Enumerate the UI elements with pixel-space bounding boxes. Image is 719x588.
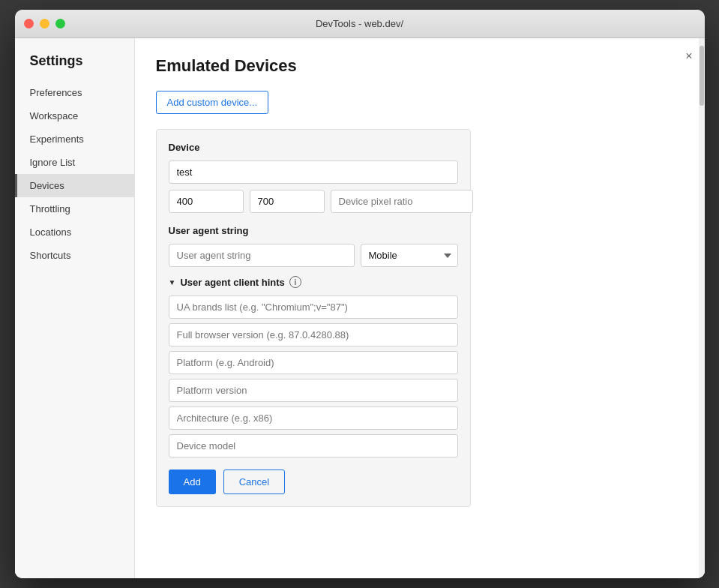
device-section-title: Device: [169, 142, 458, 153]
minimize-window-button[interactable]: [40, 19, 49, 28]
platform-version-input[interactable]: [169, 379, 458, 402]
cancel-button[interactable]: Cancel: [223, 470, 285, 494]
user-agent-type-select[interactable]: Mobile Desktop Tablet: [361, 244, 458, 267]
scrollbar-track: [699, 38, 705, 578]
scrollbar-thumb[interactable]: [700, 46, 704, 106]
width-input[interactable]: [169, 190, 244, 213]
platform-input[interactable]: [169, 351, 458, 374]
window-controls: [24, 19, 65, 28]
titlebar: DevTools - web.dev/: [15, 10, 705, 38]
maximize-window-button[interactable]: [55, 19, 65, 28]
hints-section-title: User agent client hints: [180, 277, 284, 288]
app-window: DevTools - web.dev/ Settings Preferences…: [15, 10, 705, 578]
full-browser-version-input[interactable]: [169, 323, 458, 346]
sidebar-item-workspace[interactable]: Workspace: [15, 104, 134, 128]
sidebar-item-locations[interactable]: Locations: [15, 220, 134, 244]
device-model-input[interactable]: [169, 434, 458, 458]
sidebar-item-throttling[interactable]: Throttling: [15, 197, 134, 220]
sidebar: Settings Preferences Workspace Experimen…: [15, 38, 135, 578]
close-dialog-button[interactable]: ×: [685, 50, 692, 62]
ua-brands-input[interactable]: [169, 296, 458, 319]
add-custom-device-button[interactable]: Add custom device...: [156, 91, 269, 114]
window-title: DevTools - web.dev/: [316, 18, 403, 29]
pixel-ratio-input[interactable]: [331, 190, 473, 213]
hints-info-icon[interactable]: i: [289, 276, 301, 288]
add-button[interactable]: Add: [169, 470, 216, 494]
hints-header[interactable]: ▼ User agent client hints i: [169, 276, 458, 288]
sidebar-item-experiments[interactable]: Experiments: [15, 128, 134, 151]
device-name-input[interactable]: [169, 160, 458, 184]
user-agent-input[interactable]: [169, 244, 355, 267]
sidebar-item-shortcuts[interactable]: Shortcuts: [15, 244, 134, 267]
main-content: × Emulated Devices Add custom device... …: [135, 38, 705, 578]
device-form: Device User agent string Mobile Desktop …: [156, 129, 471, 507]
close-window-button[interactable]: [24, 19, 34, 28]
height-input[interactable]: [250, 190, 325, 213]
sidebar-item-devices[interactable]: Devices: [15, 174, 134, 197]
form-actions: Add Cancel: [169, 470, 458, 494]
architecture-input[interactable]: [169, 406, 458, 430]
sidebar-heading: Settings: [15, 53, 134, 81]
hints-chevron-icon: ▼: [169, 278, 176, 286]
page-title: Emulated Devices: [156, 56, 684, 76]
dimensions-row: [169, 190, 458, 213]
content-area: Settings Preferences Workspace Experimen…: [15, 38, 705, 578]
sidebar-item-preferences[interactable]: Preferences: [15, 81, 134, 104]
sidebar-item-ignore-list[interactable]: Ignore List: [15, 151, 134, 174]
user-agent-section-title: User agent string: [169, 225, 458, 236]
user-agent-row: Mobile Desktop Tablet: [169, 244, 458, 267]
